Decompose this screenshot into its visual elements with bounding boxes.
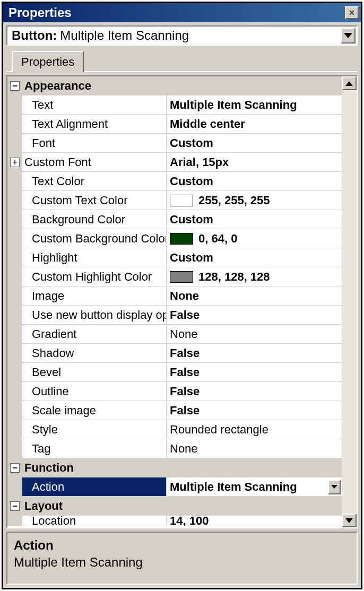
- prop-value[interactable]: Multiple Item Scanning: [167, 477, 342, 496]
- prop-label: Location: [22, 516, 167, 526]
- category-layout[interactable]: − Layout: [7, 497, 342, 516]
- prop-custom-highlight-color[interactable]: Custom Highlight Color 128, 128, 128: [7, 267, 342, 286]
- prop-scale-image[interactable]: Scale image False: [7, 401, 342, 420]
- prop-custom-font[interactable]: + Custom Font Arial, 15px: [7, 153, 342, 172]
- prop-text[interactable]: Text Multiple Item Scanning: [7, 95, 342, 115]
- description-panel: Action Multiple Item Scanning: [6, 532, 358, 585]
- prop-custom-text-color[interactable]: Custom Text Color 255, 255, 255: [7, 191, 342, 210]
- prop-value[interactable]: Multiple Item Scanning: [167, 95, 342, 114]
- prop-value[interactable]: False: [167, 401, 342, 420]
- tab-properties[interactable]: Properties: [12, 51, 84, 72]
- chevron-down-icon: [344, 33, 352, 38]
- prop-value[interactable]: Custom: [167, 134, 342, 152]
- prop-value[interactable]: False: [167, 306, 342, 324]
- prop-value[interactable]: False: [167, 363, 342, 381]
- properties-window: Properties × Button: Multiple Item Scann…: [2, 2, 362, 589]
- prop-label: Action: [22, 477, 167, 496]
- category-appearance[interactable]: − Appearance: [7, 76, 342, 95]
- color-swatch: [170, 195, 193, 206]
- prop-use-new-display[interactable]: Use new button display options False: [7, 306, 342, 325]
- chevron-up-icon: [345, 81, 353, 86]
- prop-value[interactable]: Custom: [167, 172, 342, 190]
- prop-gradient[interactable]: Gradient None: [7, 325, 342, 344]
- close-icon: ×: [349, 7, 355, 19]
- scroll-down-button[interactable]: [342, 514, 357, 527]
- window-title: Properties: [8, 5, 345, 20]
- prop-font[interactable]: Font Custom: [7, 134, 342, 153]
- object-name: Multiple Item Scanning: [60, 28, 341, 43]
- prop-highlight[interactable]: Highlight Custom: [7, 248, 342, 267]
- chevron-down-icon: [345, 518, 353, 523]
- prop-custom-background-color[interactable]: Custom Background Color 0, 64, 0: [7, 229, 342, 248]
- collapse-icon[interactable]: −: [10, 501, 20, 511]
- object-dropdown-button[interactable]: [341, 28, 356, 44]
- expand-icon[interactable]: +: [10, 158, 20, 167]
- prop-value[interactable]: Middle center: [167, 115, 342, 133]
- scroll-track[interactable]: [342, 90, 357, 514]
- prop-label: Text Alignment: [22, 115, 167, 133]
- prop-value[interactable]: False: [167, 344, 342, 362]
- prop-value[interactable]: False: [167, 382, 342, 401]
- category-function[interactable]: − Function: [7, 458, 342, 477]
- prop-label: Custom Text Color: [22, 191, 167, 210]
- value-dropdown-button[interactable]: [328, 480, 341, 494]
- category-label: Appearance: [22, 76, 167, 95]
- prop-text-color[interactable]: Text Color Custom: [7, 172, 342, 191]
- prop-action[interactable]: Action Multiple Item Scanning: [7, 477, 342, 497]
- prop-style[interactable]: Style Rounded rectangle: [7, 420, 342, 439]
- prop-value[interactable]: Custom: [167, 248, 342, 267]
- prop-value[interactable]: Arial, 15px: [167, 153, 342, 171]
- titlebar: Properties ×: [3, 3, 361, 22]
- prop-value[interactable]: None: [167, 286, 342, 305]
- prop-bevel[interactable]: Bevel False: [7, 363, 342, 382]
- prop-label: Background Color: [22, 210, 167, 229]
- prop-outline[interactable]: Outline False: [7, 382, 342, 401]
- prop-label: Style: [22, 420, 167, 439]
- description-text: Multiple Item Scanning: [14, 555, 350, 570]
- grid-body: − Appearance Text Multiple Item Scanning…: [7, 76, 342, 527]
- prop-label: Text: [22, 95, 167, 114]
- category-label: Function: [22, 458, 167, 477]
- prop-label: Text Color: [22, 172, 167, 190]
- prop-label: Custom Highlight Color: [22, 267, 167, 286]
- prop-value[interactable]: Rounded rectangle: [167, 420, 342, 439]
- prop-label: Font: [22, 134, 167, 152]
- prop-value[interactable]: Custom: [167, 210, 342, 229]
- category-label: Layout: [22, 497, 167, 515]
- property-grid: − Appearance Text Multiple Item Scanning…: [6, 75, 358, 528]
- prop-value[interactable]: None: [167, 325, 342, 343]
- prop-label: Shadow: [22, 344, 167, 362]
- prop-value[interactable]: 128, 128, 128: [167, 267, 342, 286]
- prop-label: Outline: [22, 382, 167, 401]
- scroll-up-button[interactable]: [342, 76, 357, 90]
- prop-label: Scale image: [22, 401, 167, 420]
- prop-value[interactable]: None: [167, 439, 342, 458]
- prop-value[interactable]: 255, 255, 255: [167, 191, 342, 210]
- prop-text-alignment[interactable]: Text Alignment Middle center: [7, 115, 342, 134]
- collapse-icon[interactable]: −: [10, 463, 20, 473]
- color-swatch: [170, 233, 193, 245]
- collapse-icon[interactable]: −: [10, 81, 20, 91]
- prop-label: Gradient: [22, 325, 167, 343]
- prop-label: Use new button display options: [22, 306, 167, 324]
- vertical-scrollbar[interactable]: [342, 76, 357, 527]
- prop-shadow[interactable]: Shadow False: [7, 344, 342, 363]
- prop-value[interactable]: 0, 64, 0: [167, 229, 342, 248]
- description-title: Action: [14, 538, 350, 553]
- prop-background-color[interactable]: Background Color Custom: [7, 210, 342, 229]
- prop-label: Custom Background Color: [22, 229, 167, 248]
- prop-image[interactable]: Image None: [7, 286, 342, 306]
- prop-label: Highlight: [22, 248, 167, 267]
- prop-tag[interactable]: Tag None: [7, 439, 342, 458]
- object-selector[interactable]: Button: Multiple Item Scanning: [6, 25, 358, 46]
- object-prefix: Button:: [12, 28, 57, 43]
- tab-strip: Properties: [6, 49, 358, 72]
- color-swatch: [170, 271, 193, 283]
- prop-location[interactable]: Location 14, 100: [7, 516, 342, 526]
- prop-label: Image: [22, 286, 167, 305]
- close-button[interactable]: ×: [345, 6, 359, 19]
- prop-label: Custom Font: [22, 153, 167, 171]
- chevron-down-icon: [331, 485, 337, 489]
- prop-label: Tag: [22, 439, 167, 458]
- prop-value[interactable]: 14, 100: [167, 516, 342, 526]
